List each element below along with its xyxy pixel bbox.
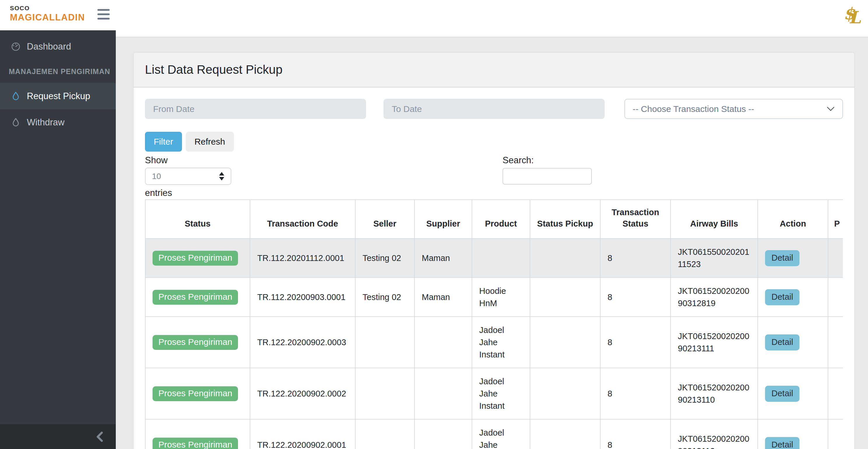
cell-action: Detail (758, 419, 828, 449)
cell-supplier (414, 419, 472, 449)
cell-airway-bills: JKT06152002020090213110 (671, 368, 758, 419)
cell-action: Detail (758, 278, 828, 317)
column-header-airway-bills[interactable]: Airway Bills (671, 200, 758, 238)
from-date-input[interactable] (145, 99, 366, 119)
status-badge: Proses Pengiriman (153, 438, 238, 449)
request-pickup-card: List Data Request Pickup -- Choose Trans… (133, 53, 854, 449)
cell-transaction-status: 8 (600, 238, 671, 278)
detail-button[interactable]: Detail (765, 289, 800, 305)
refresh-button[interactable]: Refresh (186, 132, 234, 152)
cell-seller (355, 317, 414, 368)
cell-status: Proses Pengiriman (145, 317, 250, 368)
column-header-status[interactable]: Status (145, 200, 250, 238)
main-content: List Data Request Pickup -- Choose Trans… (116, 38, 868, 449)
filter-buttons: Filter Refresh (145, 132, 843, 152)
sidebar-section-label: MANAJEMEN PENGIRIMAN (0, 60, 116, 83)
spinner-arrows-icon (219, 172, 224, 181)
sidebar-item-label: Dashboard (27, 41, 71, 52)
column-header-supplier[interactable]: Supplier (414, 200, 472, 238)
cell-airway-bills: JKT06152002020090213112 (671, 419, 758, 449)
page-size-select[interactable]: 10 (145, 168, 231, 185)
cell-extra (828, 419, 843, 449)
cell-product: Jadoel Jahe Instant (472, 368, 530, 419)
cell-supplier (414, 368, 472, 419)
top-navbar: L $ (116, 0, 868, 37)
detail-button[interactable]: Detail (765, 386, 800, 402)
card-body: -- Choose Transaction Status -- Filter R… (133, 88, 854, 449)
cell-status-pickup (530, 278, 600, 317)
cell-transaction-code: TR.122.20200902.0003 (250, 317, 355, 368)
chevron-down-icon (827, 106, 835, 112)
cell-product: Hoodie HnM (472, 278, 530, 317)
hamburger-menu-icon[interactable] (97, 9, 110, 20)
cell-status-pickup (530, 317, 600, 368)
cell-transaction-status: 8 (600, 317, 671, 368)
page-title: List Data Request Pickup (145, 63, 283, 77)
cell-status-pickup (530, 368, 600, 419)
transaction-status-select[interactable]: -- Choose Transaction Status -- (624, 99, 843, 119)
table-header-row: Status Transaction Code Seller Supplier … (145, 200, 843, 238)
request-pickup-page: { "brand": { "top": "SOCO", "name": "MAG… (0, 0, 868, 449)
detail-button[interactable]: Detail (765, 437, 800, 449)
cell-transaction-status: 8 (600, 419, 671, 449)
column-header-transaction-status[interactable]: Transaction Status (600, 200, 671, 238)
filter-row: -- Choose Transaction Status -- (145, 99, 843, 119)
column-header-clipped[interactable]: P (828, 200, 843, 238)
cell-extra (828, 317, 843, 368)
cell-status: Proses Pengiriman (145, 419, 250, 449)
table-row: Proses Pengiriman TR.112.20200903.0001 T… (145, 278, 843, 317)
table-controls: Show 10 entries Search: (145, 153, 843, 196)
status-badge: Proses Pengiriman (153, 251, 238, 266)
brand-bar: SOCO MAGICALLADIN (0, 0, 116, 30)
column-header-product[interactable]: Product (472, 200, 530, 238)
cell-supplier: Maman (414, 238, 472, 278)
cell-supplier (414, 317, 472, 368)
status-badge: Proses Pengiriman (153, 335, 238, 350)
cell-airway-bills: JKT06152002020090312819 (671, 278, 758, 317)
detail-button[interactable]: Detail (765, 334, 800, 350)
data-table-container: Status Transaction Code Seller Supplier … (145, 199, 843, 449)
brand-logo-name-text: MAGICALLADIN (10, 12, 85, 23)
cell-seller: Testing 02 (355, 278, 414, 317)
cell-status: Proses Pengiriman (145, 368, 250, 419)
status-badge: Proses Pengiriman (153, 386, 238, 401)
request-pickup-table: Status Transaction Code Seller Supplier … (145, 199, 843, 449)
entries-label: entries (145, 188, 843, 198)
brand-logo-top-text: SOCO (10, 5, 85, 12)
cell-status-pickup (530, 419, 600, 449)
column-header-transaction-code[interactable]: Transaction Code (250, 200, 355, 238)
cell-transaction-code: TR.112.20201112.0001 (250, 238, 355, 278)
chevron-left-icon (95, 431, 103, 443)
detail-button[interactable]: Detail (765, 250, 800, 266)
search-input[interactable] (502, 168, 592, 185)
cell-product: Jadoel Jahe Instant (472, 419, 530, 449)
to-date-input[interactable] (383, 99, 604, 119)
search-label: Search: (502, 155, 592, 166)
droplet-icon (10, 91, 21, 101)
sidebar-collapse-button[interactable] (0, 424, 116, 449)
svg-text:$: $ (843, 4, 856, 23)
cell-status: Proses Pengiriman (145, 238, 250, 278)
column-header-status-pickup[interactable]: Status Pickup (530, 200, 600, 238)
cell-seller (355, 368, 414, 419)
cell-extra (828, 278, 843, 317)
droplet-icon (10, 117, 21, 128)
cell-action: Detail (758, 317, 828, 368)
cell-action: Detail (758, 238, 828, 278)
filter-button[interactable]: Filter (145, 132, 182, 152)
gold-monogram-icon[interactable]: L $ (842, 4, 862, 27)
card-header: List Data Request Pickup (133, 53, 854, 88)
cell-extra (828, 238, 843, 278)
sidebar-item-dashboard[interactable]: Dashboard (0, 34, 116, 60)
column-header-seller[interactable]: Seller (355, 200, 414, 238)
cell-transaction-status: 8 (600, 368, 671, 419)
sidebar-item-request-pickup[interactable]: Request Pickup (0, 83, 116, 109)
page-size-value: 10 (152, 172, 161, 181)
sidebar-item-withdraw[interactable]: Withdraw (0, 109, 116, 135)
sidebar-item-label: Request Pickup (27, 91, 90, 101)
table-row: Proses Pengiriman TR.112.20201112.0001 T… (145, 238, 843, 278)
column-header-action[interactable]: Action (758, 200, 828, 238)
brand-logo[interactable]: SOCO MAGICALLADIN (10, 5, 85, 23)
cell-product: Jadoel Jahe Instant (472, 317, 530, 368)
cell-supplier: Maman (414, 278, 472, 317)
